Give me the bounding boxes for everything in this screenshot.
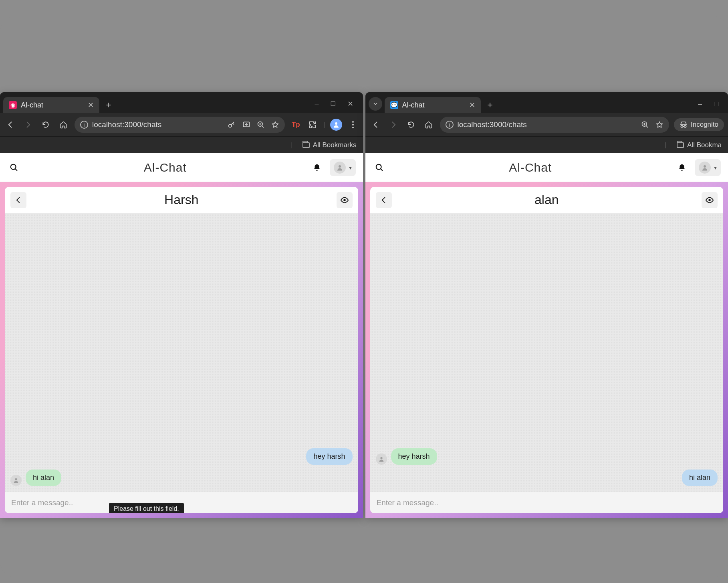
visibility-button[interactable]	[702, 192, 718, 208]
svg-point-15	[380, 457, 382, 459]
chat-back-button[interactable]	[10, 192, 26, 208]
new-tab-button[interactable]: ＋	[483, 98, 497, 111]
extensions-puzzle-icon[interactable]	[307, 119, 319, 131]
zoom-icon[interactable]	[257, 121, 265, 129]
svg-point-3	[335, 122, 337, 125]
window-controls: – □ ✕	[315, 99, 360, 108]
messages-list[interactable]: hey harsh hi alan	[5, 213, 358, 492]
forward-button[interactable]	[22, 118, 34, 131]
tab-title: Al-chat	[21, 101, 43, 109]
tab-strip: ◉ Al-chat ✕ ＋ – □ ✕	[0, 92, 363, 113]
extension-tp-icon[interactable]: Tp	[290, 119, 302, 131]
tab-close-icon[interactable]: ✕	[88, 101, 94, 109]
site-info-icon[interactable]: i	[80, 121, 88, 129]
maximize-button[interactable]: □	[714, 100, 718, 108]
svg-point-10	[15, 478, 17, 480]
app-title: Al-Chat	[392, 161, 670, 174]
visibility-button[interactable]	[337, 192, 353, 208]
bookmark-star-icon[interactable]	[271, 121, 279, 129]
all-bookmarks-button[interactable]: All Bookma	[677, 141, 722, 149]
notifications-button[interactable]	[675, 160, 689, 175]
reload-button[interactable]	[405, 118, 417, 131]
url-text: localhost:3000/chats	[92, 120, 161, 129]
chat-peer-name: Harsh	[32, 192, 331, 207]
browser-toolbar: i localhost:3000/chats	[365, 113, 728, 136]
separator: |	[290, 141, 292, 149]
search-button[interactable]	[373, 161, 386, 174]
kebab-menu-icon[interactable]	[347, 119, 359, 131]
message-input[interactable]	[377, 498, 717, 507]
canvas: ◉ Al-chat ✕ ＋ – □ ✕	[0, 16, 728, 577]
all-bookmarks-label: All Bookmarks	[313, 141, 357, 149]
separator: |	[665, 141, 666, 149]
new-tab-button[interactable]: ＋	[102, 98, 115, 111]
chat-gradient-frame: Harsh hey harsh	[0, 182, 363, 518]
browser-toolbar: i localhost:3000/chats	[0, 113, 363, 136]
address-bar[interactable]: i localhost:3000/chats	[440, 117, 670, 133]
notifications-button[interactable]	[310, 160, 324, 175]
bookmarks-bar: | All Bookmarks	[0, 136, 363, 153]
validation-tooltip: Please fill out this field.	[109, 503, 184, 513]
search-button[interactable]	[7, 161, 21, 174]
bookmark-star-icon[interactable]	[655, 121, 663, 129]
incognito-label: Incognito	[691, 121, 718, 129]
folder-icon	[302, 142, 310, 148]
profile-menu[interactable]: ▾	[330, 159, 356, 176]
chat-peer-name: alan	[397, 192, 696, 207]
svg-point-9	[343, 199, 346, 201]
tab-favicon: ◉	[9, 101, 17, 109]
browser-tab[interactable]: 💬 Al-chat ✕	[385, 97, 481, 113]
message-avatar-icon	[376, 453, 387, 465]
chat-gradient-frame: alan hey harsh	[365, 182, 728, 518]
browser-windows-row: ◉ Al-chat ✕ ＋ – □ ✕	[0, 92, 728, 518]
tab-search-dropdown[interactable]	[369, 97, 382, 111]
address-bar[interactable]: i localhost:3000/chats	[75, 117, 285, 133]
browser-window-left: ◉ Al-chat ✕ ＋ – □ ✕	[0, 92, 363, 518]
profile-avatar-icon[interactable]	[330, 119, 342, 131]
browser-window-right: 💬 Al-chat ✕ ＋ – □	[365, 92, 728, 518]
maximize-button[interactable]: □	[331, 99, 335, 108]
message-bubble: hi alan	[26, 470, 61, 486]
svg-point-4	[352, 121, 354, 123]
chat-back-button[interactable]	[376, 192, 392, 208]
incognito-badge[interactable]: Incognito	[674, 118, 724, 131]
back-button[interactable]	[369, 118, 382, 131]
minimize-button[interactable]: –	[315, 99, 319, 108]
reload-button[interactable]	[39, 118, 52, 131]
back-button[interactable]	[4, 118, 17, 131]
message-bubble: hey harsh	[306, 448, 352, 465]
all-bookmarks-label: All Bookma	[687, 141, 722, 149]
chat-header: Harsh	[5, 187, 358, 213]
home-button[interactable]	[57, 118, 70, 131]
browser-tab[interactable]: ◉ Al-chat ✕	[3, 97, 99, 113]
message-row: hi alan	[10, 470, 353, 486]
tab-close-icon[interactable]: ✕	[469, 101, 475, 109]
home-button[interactable]	[422, 118, 435, 131]
url-text: localhost:3000/chats	[458, 120, 527, 129]
incognito-icon	[680, 121, 688, 129]
tab-favicon: 💬	[390, 101, 398, 109]
folder-icon	[677, 142, 684, 148]
close-window-button[interactable]: ✕	[347, 99, 353, 108]
message-row: hey harsh	[10, 448, 353, 465]
chat-header: alan	[370, 187, 724, 213]
all-bookmarks-button[interactable]: All Bookmarks	[302, 141, 357, 149]
message-row: hi alan	[376, 470, 718, 486]
chevron-down-icon: ▾	[714, 164, 717, 171]
window-controls: – □	[698, 100, 725, 108]
svg-point-5	[352, 124, 354, 126]
minimize-button[interactable]: –	[698, 100, 702, 108]
site-info-icon[interactable]: i	[446, 121, 454, 129]
chat-card: alan hey harsh	[370, 187, 724, 513]
message-bubble: hi alan	[682, 470, 718, 486]
chat-card: Harsh hey harsh	[5, 187, 358, 513]
app-header: Al-Chat ▾	[365, 153, 728, 182]
page-viewport: Al-Chat ▾	[365, 153, 728, 518]
app-title: Al-Chat	[26, 161, 304, 174]
zoom-icon[interactable]	[641, 121, 649, 129]
password-key-icon[interactable]	[227, 120, 236, 129]
install-app-icon[interactable]	[242, 121, 250, 129]
profile-menu[interactable]: ▾	[695, 159, 721, 176]
messages-list[interactable]: hey harsh hi alan	[370, 213, 724, 492]
forward-button[interactable]	[387, 118, 400, 131]
